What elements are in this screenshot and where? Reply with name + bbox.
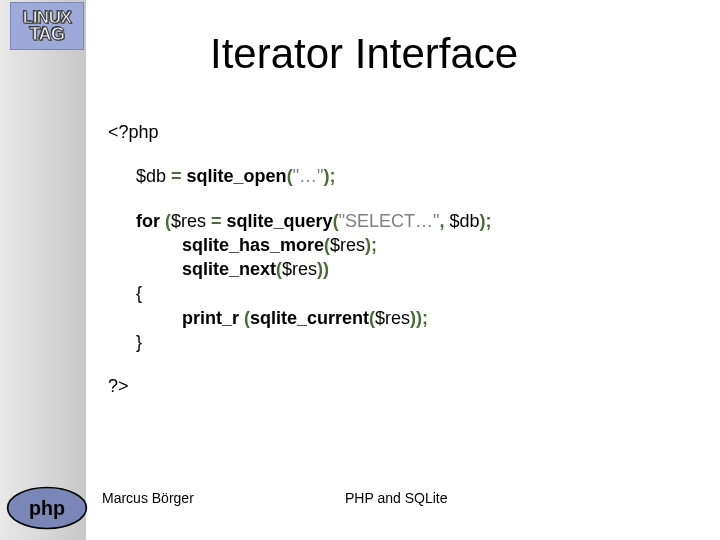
var-res: $res [375,308,410,328]
var-res: $res [282,259,317,279]
linux-tag-logo: LINUX TAG [10,2,84,50]
code-line-db-open: $db = sqlite_open("…"); [136,164,688,188]
code-block: <?php $db = sqlite_open("…"); for ($res … [108,120,688,399]
fn-sqlite-has-more: sqlite_has_more [182,235,324,255]
fn-sqlite-current: sqlite_current [250,308,369,328]
php-open-tag: <?php [108,120,688,144]
logo-text-bottom: TAG [29,26,64,42]
kw-for: for [136,211,160,231]
semicolon: ; [486,211,492,231]
var-res: $res [330,235,365,255]
code-line-for: for ($res = sqlite_query("SELECT…", $db)… [136,209,688,233]
slide-title: Iterator Interface [210,30,518,78]
string-arg: "…" [293,166,324,186]
footer-author: Marcus Börger [102,490,194,506]
sidebar [0,0,86,540]
php-logo: php [6,486,88,530]
var-res: $res [171,211,206,231]
footer-subject: PHP and SQLite [345,490,447,506]
semicolon: ; [371,235,377,255]
php-close-tag: ?> [108,374,688,398]
comma: , [439,211,444,231]
string-arg: "SELECT…" [339,211,440,231]
equals-sign: = [211,211,222,231]
fn-sqlite-query: sqlite_query [227,211,333,231]
paren-close: )) [410,308,422,328]
code-line-has-more: sqlite_has_more($res); [182,233,688,257]
brace-open: { [136,281,688,305]
fn-sqlite-open: sqlite_open [187,166,287,186]
svg-text:php: php [29,497,65,519]
fn-print-r: print_r [182,308,239,328]
var-db: $db [449,211,479,231]
brace-close: } [136,330,688,354]
semicolon: ; [329,166,335,186]
semicolon: ; [422,308,428,328]
fn-sqlite-next: sqlite_next [182,259,276,279]
equals-sign: = [171,166,182,186]
paren-close: )) [317,259,329,279]
var-db: $db [136,166,166,186]
code-line-print: print_r (sqlite_current($res)); [182,306,688,330]
code-line-next: sqlite_next($res)) [182,257,688,281]
